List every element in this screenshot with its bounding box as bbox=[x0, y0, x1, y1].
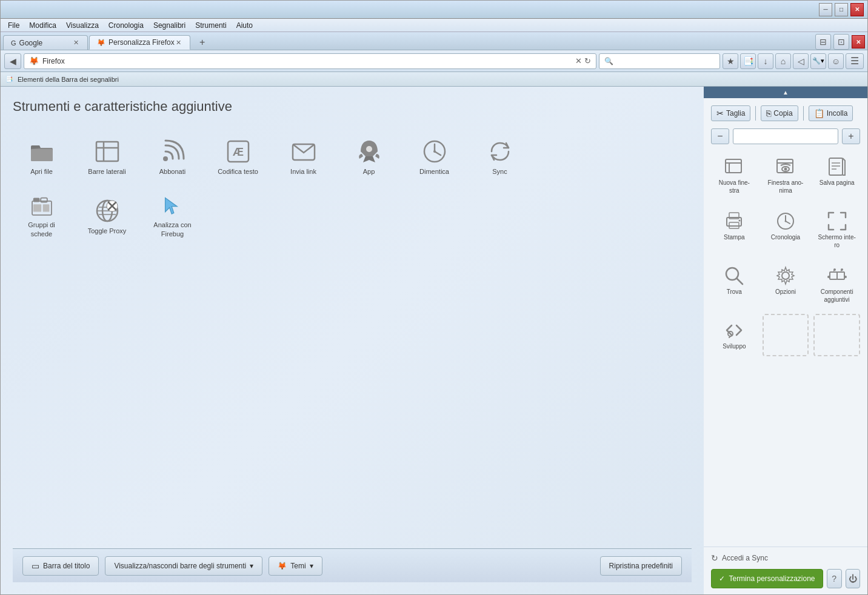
show-hide-toolbars-button[interactable]: Visualizza/nascondi barre degli strument… bbox=[105, 556, 262, 576]
tool-abbonati[interactable]: Abbonati bbox=[144, 129, 201, 184]
panel-opzioni-label: Opzioni bbox=[775, 288, 796, 296]
tool-gruppi-schede[interactable]: Gruppi di schede bbox=[13, 188, 70, 243]
url-bar[interactable]: 🦊 Firefox ✕ ↻ bbox=[24, 53, 596, 69]
tool-grid: Apri file Barre laterali bbox=[13, 129, 692, 184]
copy-action[interactable]: ⎘ Copia bbox=[761, 105, 798, 121]
restore-defaults-button[interactable]: Ripristina predefiniti bbox=[600, 556, 682, 576]
menu-strumenti[interactable]: Strumenti bbox=[190, 20, 231, 31]
tab-personalizza-label: Personalizza Firefox bbox=[109, 38, 175, 47]
svg-rect-30 bbox=[729, 163, 741, 173]
main-spacer bbox=[13, 243, 692, 548]
panel-schermo-intero[interactable]: Schermo inte-ro bbox=[813, 205, 860, 254]
tab-personalizza[interactable]: 🦊 Personalizza Firefox ✕ bbox=[89, 35, 190, 50]
cut-action[interactable]: ✂ Taglia bbox=[711, 105, 750, 121]
menu-modifica[interactable]: Modifica bbox=[24, 20, 61, 31]
tab-minimize-icon[interactable]: ⊟ bbox=[815, 34, 831, 50]
svg-rect-18 bbox=[42, 204, 49, 211]
maximize-button[interactable]: □ bbox=[835, 3, 848, 16]
panel-componenti[interactable]: Componenti aggiuntivi bbox=[813, 259, 860, 309]
theme-button[interactable]: 🦊 Temi ▾ bbox=[269, 556, 322, 576]
profile-button[interactable]: ☺ bbox=[828, 53, 844, 69]
star-button[interactable]: ★ bbox=[723, 53, 738, 69]
show-hide-label: Visualizza/nascondi barre degli strument… bbox=[114, 562, 246, 570]
menu-aiuto[interactable]: Aiuto bbox=[232, 20, 258, 31]
addon-button[interactable]: 🔧▾ bbox=[810, 53, 826, 69]
panel-finestra-anonima-label: Finestra ano-nima bbox=[768, 179, 804, 194]
menu-visualizza[interactable]: Visualizza bbox=[61, 20, 104, 31]
panel-scroll-top: ▲ bbox=[704, 87, 867, 98]
panel-trova[interactable]: Trova bbox=[711, 259, 758, 309]
panel-stampa[interactable]: Stampa bbox=[711, 205, 758, 254]
panel-empty-slot-1 bbox=[763, 314, 809, 356]
url-reload-icon[interactable]: ↻ bbox=[584, 56, 591, 65]
history-button[interactable]: ◁ bbox=[793, 53, 809, 69]
url-text: Firefox bbox=[42, 57, 575, 65]
back-button[interactable]: ◀ bbox=[4, 53, 21, 69]
theme-icon: 🦊 bbox=[278, 562, 287, 570]
tab-google-close[interactable]: ✕ bbox=[72, 39, 80, 47]
finish-button[interactable]: ✓ Termina personalizzazione bbox=[711, 569, 823, 588]
title-bar-btn-label: Barra del titolo bbox=[43, 562, 90, 570]
title-bar-btn-icon: ▭ bbox=[32, 561, 39, 571]
bookmark-button[interactable]: 📑 bbox=[740, 53, 756, 69]
tab-bar-close[interactable]: ✕ bbox=[852, 35, 865, 48]
menu-button[interactable]: ☰ bbox=[846, 53, 864, 69]
panel-content: ✂ Taglia ⎘ Copia 📋 Incolla bbox=[704, 98, 867, 547]
tool-barre-laterali-label: Barre laterali bbox=[88, 167, 125, 176]
title-bar-button[interactable]: ▭ Barra del titolo bbox=[22, 556, 99, 576]
tab-restore-icon[interactable]: ⊡ bbox=[833, 34, 849, 50]
toolbar-divider-1 bbox=[755, 106, 756, 121]
tab-google[interactable]: G Google ✕ bbox=[3, 35, 88, 50]
home-button[interactable]: ⌂ bbox=[775, 53, 791, 69]
minimize-button[interactable]: ─ bbox=[819, 3, 832, 16]
menu-bar: File Modifica Visualizza Cronologia Segn… bbox=[1, 19, 867, 32]
zoom-out-button[interactable]: − bbox=[711, 128, 729, 144]
panel-finestra-anonima[interactable]: Finestra ano-nima bbox=[763, 150, 809, 200]
tool-sync[interactable]: Sync bbox=[471, 129, 529, 184]
zoom-in-button[interactable]: + bbox=[842, 128, 860, 144]
tool-barre-laterali[interactable]: Barre laterali bbox=[78, 129, 136, 184]
find-icon bbox=[724, 266, 744, 285]
svg-point-5 bbox=[163, 156, 168, 161]
tool-toggle-proxy[interactable]: Toggle Proxy bbox=[78, 188, 136, 243]
download-button[interactable]: ↓ bbox=[758, 53, 773, 69]
sync-link[interactable]: ↻ Accedi a Sync bbox=[711, 553, 860, 563]
tool-grid-row2: Gruppi di schede Toggle bbox=[13, 188, 692, 243]
tool-invia-link[interactable]: Invia link bbox=[275, 129, 332, 184]
svg-rect-50 bbox=[830, 272, 837, 279]
help-button[interactable]: ? bbox=[827, 569, 842, 588]
paste-action[interactable]: 📋 Incolla bbox=[809, 105, 853, 121]
svg-rect-51 bbox=[837, 272, 844, 279]
tool-codifica-testo[interactable]: Æ Codifica testo bbox=[209, 129, 267, 184]
tool-analizza-firebug[interactable]: Analizza con Firebug bbox=[144, 188, 201, 243]
options-icon bbox=[776, 266, 795, 285]
developer-icon bbox=[724, 321, 744, 340]
panel-cronologia-label: Cronologia bbox=[771, 233, 800, 241]
rocket-icon bbox=[357, 139, 381, 164]
new-window-icon bbox=[724, 157, 744, 176]
tool-dimentica[interactable]: Dimentica bbox=[406, 129, 463, 184]
panel-nuova-finestra[interactable]: Nuova fine-stra bbox=[711, 150, 758, 200]
menu-segnalibri[interactable]: Segnalibri bbox=[149, 20, 190, 31]
tool-app[interactable]: App bbox=[340, 129, 398, 184]
panel-opzioni[interactable]: Opzioni bbox=[763, 259, 809, 309]
close-button[interactable]: ✕ bbox=[850, 3, 864, 16]
tool-apri-file[interactable]: Apri file bbox=[13, 129, 70, 184]
new-tab-button[interactable]: + bbox=[194, 35, 211, 50]
panel-cronologia[interactable]: Cronologia bbox=[763, 205, 809, 254]
tool-invia-link-label: Invia link bbox=[290, 167, 316, 176]
sync-link-icon: ↻ bbox=[711, 553, 718, 563]
svg-point-46 bbox=[784, 221, 786, 222]
bookmark-bar-icon: 📑 bbox=[5, 76, 13, 82]
svg-rect-17 bbox=[33, 204, 41, 211]
tool-apri-file-label: Apri file bbox=[30, 167, 53, 176]
panel-sviluppo[interactable]: Sviluppo bbox=[711, 314, 758, 356]
menu-cronologia[interactable]: Cronologia bbox=[104, 20, 149, 31]
panel-salva-pagina[interactable]: Salva pagina bbox=[813, 150, 860, 200]
bookmarks-bar: 📑 Elementi della Barra dei segnalibri bbox=[1, 72, 867, 87]
search-input[interactable]: 🔍 bbox=[599, 53, 720, 69]
power-button[interactable]: ⏻ bbox=[846, 569, 861, 588]
menu-file[interactable]: File bbox=[3, 20, 24, 31]
tab-personalizza-close[interactable]: ✕ bbox=[175, 39, 182, 47]
panel-componenti-label: Componenti aggiuntivi bbox=[818, 288, 856, 304]
